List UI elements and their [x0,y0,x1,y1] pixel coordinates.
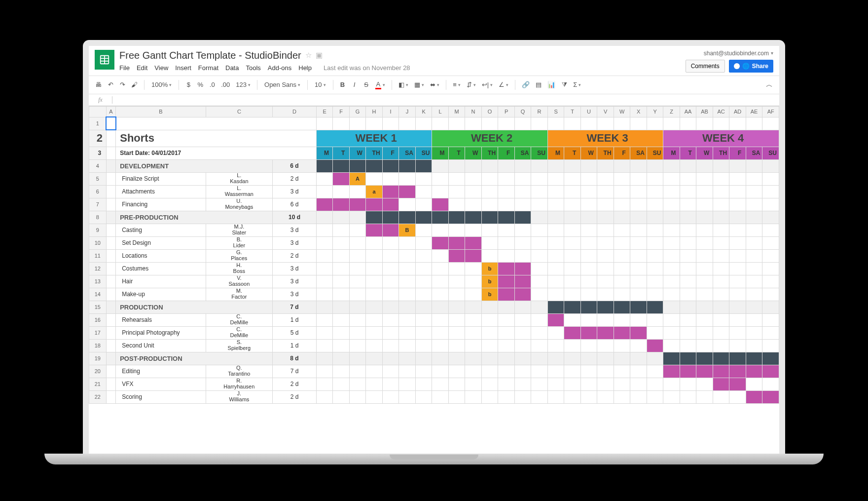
menu-edit[interactable]: Edit [137,64,147,72]
fontsize-select[interactable]: 10 [313,79,327,91]
col-header[interactable]: AF [762,106,779,117]
menu-view[interactable]: View [154,64,168,72]
row-header[interactable]: 10 [89,236,107,249]
task-person[interactable]: C.DeMille [206,313,273,326]
col-header[interactable]: T [564,106,581,117]
borders-button[interactable]: ▦ [413,79,426,91]
wrap-button[interactable]: ↩| [480,79,494,91]
col-header[interactable]: G [349,106,366,117]
document-title[interactable]: Free Gantt Chart Template - StudioBinder [119,50,301,61]
row-header[interactable]: 16 [89,313,107,326]
row-header[interactable]: 13 [89,275,107,288]
task-duration[interactable]: 3 d [273,185,317,198]
task-name[interactable]: Scoring [116,390,206,403]
task-person[interactable]: C.DeMille [206,326,273,339]
task-duration[interactable]: 3 d [273,224,317,236]
col-header[interactable]: Y [647,106,663,117]
sheets-app-icon[interactable] [95,50,114,70]
task-name[interactable]: Rehearsals [116,313,206,326]
task-person[interactable]: S.Spielberg [206,339,273,352]
row-header[interactable]: 5 [89,172,107,185]
task-person[interactable]: M.Factor [206,288,273,301]
task-duration[interactable]: 6 d [273,198,317,211]
menu-data[interactable]: Data [225,64,239,72]
col-header[interactable]: C [206,106,273,117]
sheet-title[interactable]: Shorts [116,130,317,147]
col-header[interactable]: Z [663,106,680,117]
task-person[interactable]: J.Williams [206,390,273,403]
task-name[interactable]: VFX [116,378,206,390]
halign-button[interactable]: ≡ [451,79,462,91]
row-header[interactable]: 9 [89,224,107,236]
collapse-toolbar-icon[interactable]: ︿ [764,79,774,91]
star-icon[interactable]: ☆ [305,51,312,60]
task-duration[interactable]: 1 d [273,313,317,326]
col-header[interactable]: Q [514,106,531,117]
row-header[interactable]: 8 [89,211,107,224]
col-header[interactable]: AA [680,106,696,117]
task-person[interactable]: L.Wasserman [206,185,273,198]
col-header[interactable]: B [116,106,206,117]
section-name[interactable]: DEVELOPMENT [116,159,273,172]
col-header[interactable]: AD [729,106,746,117]
col-header[interactable]: U [580,106,597,117]
comment-icon[interactable]: ▤ [534,79,543,91]
functions-button[interactable]: Σ [572,79,582,91]
row-header[interactable]: 18 [89,339,107,352]
section-duration[interactable]: 6 d [273,159,317,172]
currency-button[interactable]: $ [184,79,193,91]
link-icon[interactable]: 🔗 [520,79,531,91]
task-person[interactable]: U.Moneybags [206,198,273,211]
col-header[interactable]: AE [746,106,762,117]
col-header[interactable]: AB [696,106,713,117]
task-name[interactable]: Hair [116,275,206,288]
task-name[interactable]: Locations [116,249,206,262]
task-person[interactable]: H.Boss [206,262,273,275]
col-header[interactable]: H [366,106,383,117]
section-name[interactable]: PRODUCTION [116,301,273,313]
inc-decimal-button[interactable]: .00 [219,79,231,91]
text-color-button[interactable]: A [374,79,387,91]
select-all-cell[interactable] [89,106,107,117]
print-icon[interactable]: 🖶 [94,79,103,91]
section-duration[interactable]: 7 d [273,301,317,313]
dec-decimal-button[interactable]: .0 [208,79,217,91]
italic-button[interactable]: I [350,79,359,91]
row-header[interactable]: 6 [89,185,107,198]
menu-help[interactable]: Help [298,64,312,72]
strike-button[interactable]: S [362,79,371,91]
row-header[interactable]: 4 [89,159,107,172]
task-name[interactable]: Attachments [116,185,206,198]
row-header[interactable]: 3 [89,147,107,159]
formula-bar[interactable]: fx [89,94,779,106]
row-header[interactable]: 12 [89,262,107,275]
col-header[interactable]: D [273,106,317,117]
move-folder-icon[interactable]: ▣ [316,51,323,60]
account-menu[interactable]: shant@studiobinder.com [686,50,773,57]
row-header[interactable]: 20 [89,365,107,378]
menu-insert[interactable]: Insert [175,64,191,72]
row-header[interactable]: 17 [89,326,107,339]
task-name[interactable]: Set Design [116,236,206,249]
task-duration[interactable]: 7 d [273,365,317,378]
valign-button[interactable]: ⇵ [465,79,477,91]
row-header[interactable]: 19 [89,352,107,365]
task-duration[interactable]: 2 d [273,172,317,185]
start-date-label[interactable]: Start Date: 04/01/2017 [116,147,317,159]
section-duration[interactable]: 8 d [273,352,317,365]
task-person[interactable]: V.Sassoon [206,275,273,288]
task-duration[interactable]: 5 d [273,326,317,339]
task-name[interactable]: Casting [116,224,206,236]
cell-a1[interactable] [106,117,116,130]
col-header[interactable]: K [415,106,432,117]
section-name[interactable]: PRE-PRODUCTION [116,211,273,224]
row-header[interactable]: 2 [89,130,107,147]
task-name[interactable]: Make-up [116,288,206,301]
task-person[interactable]: Q.Tarantino [206,365,273,378]
filter-icon[interactable]: ⧩ [560,79,569,91]
share-button[interactable]: 🌐Share [729,60,773,73]
task-name[interactable]: Principal Photography [116,326,206,339]
section-name[interactable]: POST-PRODUCTION [116,352,273,365]
zoom-select[interactable]: 100% [149,79,174,91]
task-duration[interactable]: 1 d [273,339,317,352]
